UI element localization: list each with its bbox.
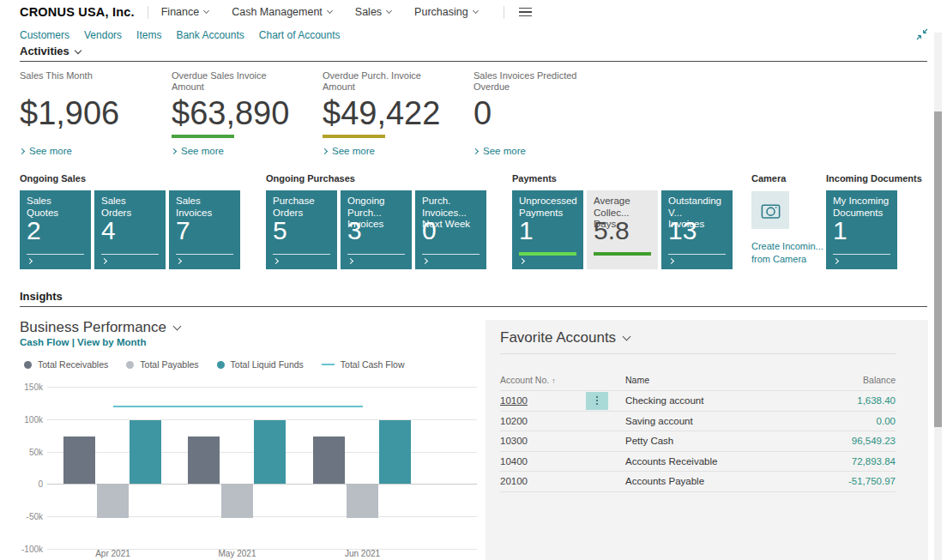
company-name[interactable]: CRONUS USA, Inc.	[20, 5, 135, 19]
chart-view-link[interactable]: Cash Flow | View by Month	[20, 337, 146, 347]
chevron-right-icon	[473, 148, 479, 154]
tile-my-incoming[interactable]: My Incoming Documents1	[826, 190, 897, 269]
kpi-value[interactable]: 0	[474, 95, 619, 131]
create-incoming-from-camera-link[interactable]: Create Incomin... from Camera	[751, 240, 823, 265]
tile-average-collec[interactable]: Average Collec... Days5.8	[587, 190, 658, 269]
see-more-link[interactable]: See more	[474, 146, 619, 156]
table-header-row: Account No.↑NameBalance	[500, 369, 896, 391]
dot	[596, 396, 598, 398]
nav-link-vendors[interactable]: Vendors	[84, 29, 122, 41]
tile-sales-orders[interactable]: Sales Orders4	[94, 190, 166, 269]
column-header-name[interactable]: Name	[625, 375, 801, 385]
kpi-label: Sales Invoices Predicted Overdue	[474, 70, 619, 92]
tile-group-label: Incoming Documents	[826, 173, 922, 184]
divider	[500, 353, 896, 354]
tile-outstanding-v[interactable]: Outstanding V... Invoices13	[661, 190, 733, 269]
top-menu-finance[interactable]: Finance	[161, 6, 208, 18]
chevron-down-icon	[473, 8, 479, 14]
column-header-account-no[interactable]: Account No.↑	[500, 375, 586, 385]
tile-unprocessed[interactable]: Unprocessed Payments1	[512, 190, 583, 269]
account-no-link[interactable]: 20100	[500, 476, 528, 486]
table-row[interactable]: 10300Petty Cash96,549.23	[500, 431, 896, 452]
cell-account-no: 20100	[500, 476, 586, 486]
legend-dot-swatch	[217, 361, 225, 369]
trend-line-total-cash-flow[interactable]	[113, 406, 363, 407]
section-divider	[20, 306, 927, 307]
chevron-down-icon	[173, 322, 182, 331]
x-axis-label: Jun 2021	[333, 549, 393, 558]
nav-link-items[interactable]: Items	[136, 29, 161, 41]
chevron-right-icon	[422, 258, 428, 264]
nav-link-customers[interactable]: Customers	[20, 29, 69, 41]
tile-purchase-orders[interactable]: Purchase Orders5	[266, 190, 337, 269]
column-header-balance[interactable]: Balance	[801, 375, 896, 385]
bar-total-receivables-apr-2021[interactable]	[63, 437, 95, 484]
page-scrollbar-thumb[interactable]	[934, 111, 942, 427]
tile-divider	[833, 254, 890, 255]
account-no-link[interactable]: 10300	[500, 436, 528, 446]
bar-total-liquid-funds-apr-2021[interactable]	[130, 420, 161, 484]
y-axis-tick: 50k	[19, 448, 43, 457]
chevron-right-icon	[347, 258, 353, 264]
bar-total-payables-jun-2021[interactable]	[347, 484, 378, 517]
bar-total-liquid-funds-jun-2021[interactable]	[379, 420, 411, 484]
account-no-link[interactable]: 10200	[500, 416, 528, 426]
kpi-value[interactable]: $63,890	[172, 95, 317, 131]
kpi-overdue-purch-invoice: Overdue Purch. Invoice Amount$49,422See …	[323, 70, 468, 156]
nav-link-chart-of-accounts[interactable]: Chart of Accounts	[259, 29, 341, 41]
hamburger-icon[interactable]	[517, 6, 534, 19]
nav-link-bank-accounts[interactable]: Bank Accounts	[176, 29, 244, 41]
collapse-icon[interactable]	[916, 28, 928, 44]
kpi-value[interactable]: $1,906	[20, 95, 166, 131]
legend-total-payables: Total Payables	[126, 359, 198, 370]
table-row[interactable]: 10400Accounts Receivable72,893.84	[500, 452, 896, 473]
camera-tile[interactable]	[751, 191, 789, 229]
insights-title: Insights	[20, 290, 63, 303]
cell-balance: -51,750.97	[801, 476, 896, 486]
table-row[interactable]: 10200Saving account0.00	[500, 412, 896, 432]
cell-balance: 1,638.40	[801, 395, 896, 406]
table-row[interactable]: 10100Checking account1,638.40	[500, 391, 896, 412]
x-axis-label: Apr 2021	[83, 549, 143, 558]
business-performance-title: Business Performance	[20, 319, 166, 336]
see-more-link[interactable]: See more	[172, 146, 317, 156]
favorite-accounts-header[interactable]: Favorite Accounts	[500, 329, 630, 346]
top-menu-cash-management[interactable]: Cash Management	[232, 6, 332, 18]
see-more-label: See more	[29, 146, 72, 156]
tile-sales-quotes[interactable]: Sales Quotes2	[20, 190, 91, 269]
tile-value: 2	[27, 216, 41, 245]
tile-ongoing-purch[interactable]: Ongoing Purch... Invoices3	[341, 190, 412, 269]
tile-purch-invoices[interactable]: Purch. Invoices... Next Week0	[415, 190, 486, 269]
account-no-link[interactable]: 10400	[500, 456, 528, 467]
row-options-button[interactable]	[586, 392, 608, 410]
top-menu-sales[interactable]: Sales	[355, 6, 391, 18]
activities-section-header[interactable]: Activities	[20, 45, 81, 57]
see-more-link[interactable]: See more	[323, 146, 468, 156]
bar-total-receivables-jun-2021[interactable]	[313, 437, 345, 484]
bar-total-receivables-may-2021[interactable]	[188, 437, 220, 484]
kpi-sales-invoices-predicted: Sales Invoices Predicted Overdue0See mor…	[474, 70, 619, 156]
table-row[interactable]: 20100Accounts Payable-51,750.97	[500, 472, 896, 492]
see-more-link[interactable]: See more	[20, 146, 166, 156]
tile-sales-invoices[interactable]: Sales Invoices7	[169, 190, 240, 269]
business-performance-header[interactable]: Business Performance	[20, 319, 180, 336]
gridline	[47, 387, 477, 388]
kpi-value[interactable]: $49,422	[323, 95, 468, 131]
chevron-right-icon	[322, 148, 328, 154]
kpi-label: Overdue Purch. Invoice Amount	[323, 70, 468, 92]
bar-total-payables-may-2021[interactable]	[221, 484, 253, 517]
cell-account-name: Petty Cash	[625, 436, 801, 446]
tile-value: 1	[519, 216, 534, 245]
legend-label: Total Cash Flow	[341, 359, 405, 370]
accounts-table: Account No.↑NameBalance10100Checking acc…	[500, 369, 896, 492]
insights-section-header[interactable]: Insights	[20, 290, 63, 303]
account-no-link[interactable]: 10100	[500, 395, 528, 406]
bar-total-liquid-funds-may-2021[interactable]	[254, 420, 286, 484]
tile-title: Unprocessed Payments	[519, 196, 576, 219]
cell-account-no: 10400	[500, 456, 586, 467]
chevron-down-icon	[386, 8, 392, 14]
top-menu-purchasing[interactable]: Purchasing	[414, 6, 478, 18]
tiles: Purchase Orders5Ongoing Purch... Invoice…	[266, 190, 486, 269]
bar-total-payables-apr-2021[interactable]	[97, 484, 129, 517]
menu-label: Sales	[355, 6, 382, 18]
